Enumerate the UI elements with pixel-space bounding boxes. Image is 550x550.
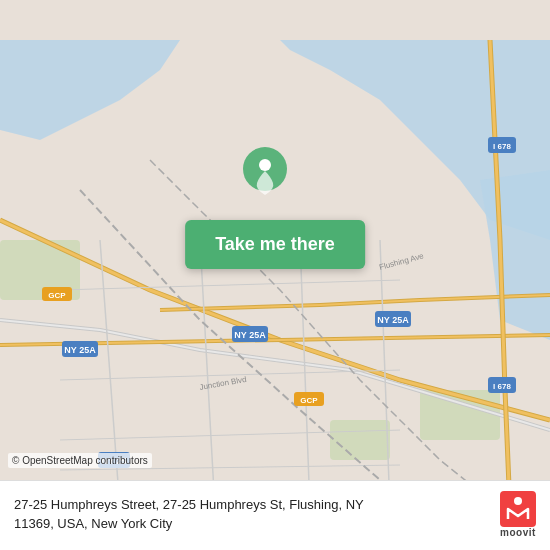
moovit-icon (500, 491, 536, 527)
osm-attribution: © OpenStreetMap contributors (8, 453, 152, 468)
svg-point-31 (259, 159, 271, 171)
moovit-logo: moovit (500, 491, 536, 538)
info-bar: 27-25 Humphreys Street, 27-25 Humphreys … (0, 480, 550, 550)
svg-text:NY 25A: NY 25A (64, 345, 96, 355)
address-text: 27-25 Humphreys Street, 27-25 Humphreys … (14, 496, 394, 532)
map-container: NY 25A NY 25A NY 25A NY 25 GCP GCP I 678… (0, 0, 550, 550)
svg-text:NY 25A: NY 25A (234, 330, 266, 340)
svg-text:I 678: I 678 (493, 142, 511, 151)
svg-point-33 (514, 497, 522, 505)
svg-rect-32 (500, 491, 536, 527)
svg-text:GCP: GCP (48, 291, 66, 300)
moovit-label: moovit (500, 527, 536, 538)
svg-text:GCP: GCP (300, 396, 318, 405)
take-me-there-button[interactable]: Take me there (185, 220, 365, 269)
svg-text:I 678: I 678 (493, 382, 511, 391)
location-pin (241, 145, 289, 209)
svg-rect-3 (330, 420, 390, 460)
svg-text:NY 25A: NY 25A (377, 315, 409, 325)
